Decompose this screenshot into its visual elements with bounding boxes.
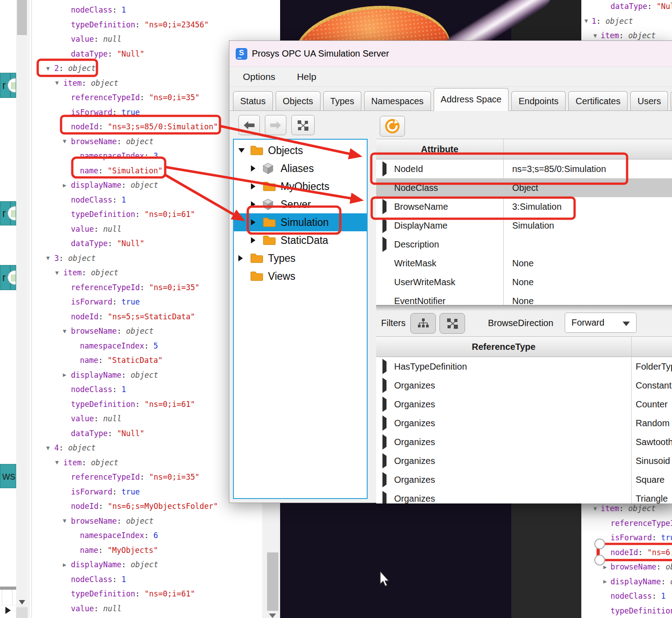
console-value: "Null" <box>117 429 144 438</box>
tree-expander-icon[interactable] <box>251 237 263 243</box>
teal-block-fragment[interactable]: wse <box>0 464 16 488</box>
attribute-row[interactable]: DisplayName Simulation <box>376 216 672 235</box>
row-expander-icon[interactable] <box>382 437 394 447</box>
reference-row[interactable]: Organizes Triangle <box>376 489 672 503</box>
row-expander-icon[interactable] <box>382 456 394 466</box>
tree-expander-icon[interactable] <box>251 201 263 207</box>
reference-row[interactable]: Organizes Square <box>376 470 672 489</box>
disclosure-triangle-icon[interactable]: ▼▶ <box>46 256 54 260</box>
disclosure-triangle-icon[interactable]: ▼▶ <box>63 139 71 144</box>
teal-block-fragment[interactable]: r <box>0 73 16 98</box>
tree-expander-icon[interactable] <box>238 255 250 261</box>
disclosure-triangle-icon[interactable]: ▼▶ <box>55 460 63 465</box>
tab[interactable]: Types <box>323 91 361 110</box>
console-entry: ▼▶ nodeClass: 1 <box>581 589 672 604</box>
tab[interactable]: Users <box>630 91 668 110</box>
reference-row[interactable]: Organizes Sinusoid <box>376 451 672 470</box>
disclosure-triangle-icon[interactable]: ▼▶ <box>63 329 71 334</box>
forward-button[interactable] <box>265 115 286 135</box>
disclosure-triangle-icon[interactable]: ▼▶ <box>55 270 63 275</box>
attribute-row[interactable]: EventNotifier None <box>376 291 672 305</box>
teal-block-fragment[interactable]: r <box>0 265 16 290</box>
reference-row[interactable]: Organizes Random <box>376 414 672 433</box>
tab[interactable]: Status <box>233 91 273 110</box>
row-expander-icon[interactable] <box>382 494 394 504</box>
disclosure-triangle-icon[interactable]: ▼▶ <box>584 18 592 23</box>
teal-block-fragment[interactable]: r <box>0 201 16 225</box>
graph-filter-button[interactable] <box>439 313 465 334</box>
title-bar[interactable]: S Prosys OPC UA Simulation Server <box>229 41 672 67</box>
row-expander-icon[interactable] <box>382 202 394 212</box>
attribute-row[interactable]: Description <box>376 235 672 254</box>
row-expander-icon[interactable] <box>382 221 394 231</box>
disclosure-triangle-icon[interactable]: ▼▶ <box>593 33 601 38</box>
row-expander-icon[interactable] <box>382 239 394 250</box>
tree-expander-icon[interactable] <box>251 165 263 172</box>
refresh-button[interactable] <box>380 116 405 137</box>
tree-item[interactable]: Simulation <box>234 213 367 231</box>
tree-item[interactable]: Aliases <box>234 159 367 177</box>
attribute-row[interactable]: NodeId ns=3;s=85/0:Simulation <box>376 159 672 178</box>
disclosure-triangle-icon[interactable]: ▼▶ <box>63 562 71 567</box>
disclosure-triangle-icon[interactable]: ▼▶ <box>46 66 54 71</box>
disclosure-triangle-icon[interactable]: ▼▶ <box>603 579 611 584</box>
tree-item[interactable]: Objects <box>234 141 367 159</box>
disclosure-triangle-icon[interactable]: ▼▶ <box>63 518 71 523</box>
console-entry: ▼▶ nodeId: "ns=3;s=85/0:Simulation" <box>33 119 262 134</box>
play-triangle-icon[interactable] <box>5 607 11 614</box>
attribute-table: Attribute NodeId ns=3;s=85/0:Simulation … <box>376 139 672 305</box>
tree-item[interactable]: Types <box>234 249 367 267</box>
browse-filter-bar: Filters <box>376 311 672 336</box>
graph-view-button[interactable] <box>291 115 315 135</box>
tree-item[interactable]: Server <box>234 195 367 213</box>
disclosure-triangle-icon[interactable]: ▼▶ <box>593 506 601 511</box>
attribute-row[interactable]: UserWriteMask None <box>376 273 672 291</box>
scrollbar-thumb[interactable] <box>17 0 27 35</box>
disclosure-triangle-icon[interactable]: ▼▶ <box>55 80 63 85</box>
scroll-down-icon[interactable] <box>269 614 276 618</box>
console-value: null <box>103 604 122 613</box>
menu-item[interactable]: Options <box>235 71 283 82</box>
hierarchy-filter-button[interactable] <box>410 313 436 334</box>
back-button[interactable] <box>238 115 260 135</box>
console-entry: ▼▶ nodeClass: 1 <box>33 193 262 207</box>
tree-item[interactable]: Views <box>234 267 367 285</box>
tab[interactable]: Endpoints <box>511 91 566 110</box>
reference-row[interactable]: Organizes Sawtooth <box>376 433 672 451</box>
attribute-value: 3:Simulation <box>508 202 562 212</box>
row-expander-icon[interactable] <box>382 362 394 372</box>
row-expander-icon[interactable] <box>382 399 394 410</box>
console-entry: ▼▶ typeDefinition: "ns=0;i=23456" <box>33 18 262 32</box>
reference-row[interactable]: HasTypeDefinition FolderType <box>376 357 672 376</box>
row-expander-icon[interactable] <box>382 475 394 485</box>
browse-direction-select[interactable]: Forward <box>565 313 637 333</box>
tab[interactable]: Namespaces <box>364 91 431 110</box>
tab[interactable]: Address Space <box>434 88 509 111</box>
tree-expander-icon[interactable] <box>238 148 250 153</box>
tree-item[interactable]: StaticData <box>234 231 367 249</box>
scrollbar-console[interactable] <box>262 502 280 618</box>
disclosure-triangle-icon[interactable]: ▼▶ <box>63 372 71 377</box>
tree-expander-icon[interactable] <box>251 219 263 225</box>
tree-item[interactable]: MyObjects <box>234 177 367 195</box>
scrollbar-left[interactable] <box>16 0 28 618</box>
scrollbar-thumb[interactable] <box>267 552 278 611</box>
row-expander-icon[interactable] <box>382 418 394 428</box>
disclosure-triangle-icon[interactable]: ▼▶ <box>603 565 611 569</box>
attribute-row[interactable]: BrowseName 3:Simulation <box>376 197 672 216</box>
tree-item-label: Aliases <box>281 163 314 175</box>
attribute-row[interactable]: WriteMask None <box>376 254 672 273</box>
tab[interactable]: Certificates <box>568 91 628 110</box>
tree-expander-icon[interactable] <box>251 183 263 190</box>
row-expander-icon[interactable] <box>382 380 394 391</box>
reference-row[interactable]: Organizes Constant <box>376 376 672 395</box>
tab[interactable]: Objects <box>276 91 321 110</box>
disclosure-triangle-icon[interactable]: ▼▶ <box>63 183 71 188</box>
reference-row[interactable]: Organizes Counter <box>376 395 672 414</box>
scroll-down-icon[interactable] <box>19 600 25 605</box>
menu-item[interactable]: Help <box>289 71 324 82</box>
row-expander-icon[interactable] <box>382 164 394 174</box>
attribute-row[interactable]: NodeClass Object <box>376 178 672 197</box>
disclosure-triangle-icon[interactable]: ▼▶ <box>46 446 54 450</box>
horizontal-scrollbar[interactable] <box>376 305 672 311</box>
